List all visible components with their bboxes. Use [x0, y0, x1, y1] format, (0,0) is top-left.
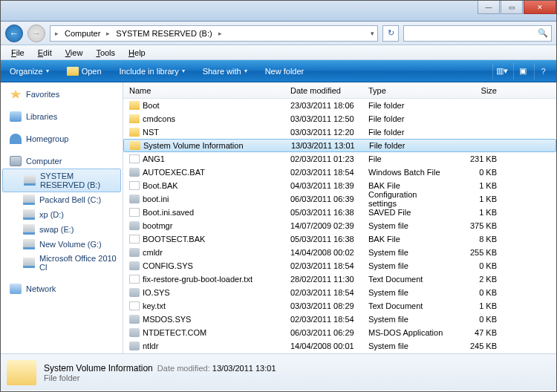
forward-button[interactable]: → — [27, 24, 45, 42]
column-type[interactable]: Type — [368, 86, 446, 95]
file-row[interactable]: MSDOS.SYS02/03/2011 18:54System file0 KB — [123, 313, 556, 326]
file-row[interactable]: cmldr14/04/2008 00:02System file255 KB — [123, 246, 556, 259]
file-size: 0 KB — [446, 288, 506, 297]
breadcrumb-drive[interactable]: SYSTEM RESERVED (B:) — [113, 27, 215, 39]
detail-title: System Volume Information — [44, 363, 153, 373]
drive-icon — [23, 209, 35, 220]
help-button[interactable]: ? — [534, 63, 552, 79]
file-date: 02/03/2011 18:54 — [290, 261, 368, 270]
file-date: 13/03/2011 13:01 — [291, 141, 369, 150]
sidebar-drive[interactable]: Packard Bell (C:) — [2, 192, 121, 207]
detail-type: File folder — [44, 373, 276, 382]
file-type: System file — [368, 315, 446, 324]
file-row[interactable]: fix-restore-grub-boot-loader.txt28/02/20… — [123, 272, 556, 286]
file-icon — [129, 235, 140, 244]
sidebar-network[interactable]: Network — [2, 281, 121, 296]
file-row[interactable]: boot.ini06/03/2011 06:39Configuration se… — [123, 192, 556, 206]
search-input[interactable]: 🔍 — [403, 25, 552, 42]
sidebar-drive[interactable]: Microsoft Office 2010 Cl — [2, 252, 121, 274]
file-size: 1 KB — [446, 208, 506, 217]
sidebar-computer[interactable]: Computer — [2, 154, 121, 169]
file-name: bootmgr — [143, 221, 172, 230]
view-options-button[interactable]: ▥ ▾ — [492, 63, 510, 79]
file-icon — [129, 168, 140, 177]
file-row[interactable]: BOOTSECT.BAK05/03/2011 16:38BAK File8 KB — [123, 232, 556, 246]
file-row[interactable]: IO.SYS02/03/2011 18:54System file0 KB — [123, 286, 556, 299]
menu-tools[interactable]: Tools — [90, 47, 121, 59]
file-icon — [129, 275, 140, 284]
close-button[interactable]: ✕ — [524, 1, 556, 14]
file-row[interactable]: Boot23/03/2011 18:06File folder — [123, 99, 556, 112]
file-row[interactable]: key.txt03/03/2011 08:29Text Document1 KB — [123, 299, 556, 313]
libraries-icon — [10, 111, 22, 122]
folder-icon — [129, 128, 140, 137]
file-icon — [129, 315, 140, 324]
file-row[interactable]: CONFIG.SYS02/03/2011 18:54System file0 K… — [123, 259, 556, 272]
column-date[interactable]: Date modified — [290, 86, 368, 95]
menu-edit[interactable]: Edit — [32, 47, 58, 59]
file-date: 28/02/2011 11:30 — [290, 275, 368, 284]
file-date: 14/04/2008 00:02 — [290, 248, 368, 257]
file-row[interactable]: Boot.BAK04/03/2011 18:39BAK File1 KB — [123, 179, 556, 192]
menu-bar: File Edit View Tools Help — [1, 45, 556, 60]
command-toolbar: Organize▾ Open Include in library▾ Share… — [1, 60, 556, 82]
menu-help[interactable]: Help — [123, 47, 152, 59]
file-date: 05/03/2011 16:38 — [290, 208, 368, 217]
file-row[interactable]: NTDETECT.COM06/03/2011 06:29MS-DOS Appli… — [123, 326, 556, 339]
file-size: 245 KB — [446, 342, 506, 350]
sidebar-drive[interactable]: New Volume (G:) — [2, 237, 121, 252]
file-date: 02/03/2011 01:23 — [290, 154, 368, 163]
file-name: boot.ini — [143, 195, 169, 203]
file-size: 2 KB — [446, 275, 506, 284]
file-row[interactable]: ANG102/03/2011 01:23File231 KB — [123, 152, 556, 166]
file-icon — [129, 261, 140, 270]
dropdown-icon[interactable]: ▾ — [371, 30, 374, 37]
address-bar[interactable]: ▸ Computer ▸ SYSTEM RESERVED (B:) ▸ ▾ — [50, 25, 378, 42]
share-with-button[interactable]: Share with▾ — [198, 65, 252, 78]
menu-view[interactable]: View — [59, 47, 89, 59]
column-name[interactable]: Name — [123, 86, 290, 95]
file-name: ntldr — [143, 342, 158, 350]
file-size: 1 KB — [446, 195, 506, 203]
file-row[interactable]: Boot.ini.saved05/03/2011 16:38SAVED File… — [123, 206, 556, 219]
file-row[interactable]: bootmgr14/07/2009 02:39System file375 KB — [123, 219, 556, 232]
file-type: File folder — [368, 128, 446, 137]
column-size[interactable]: Size — [446, 86, 506, 95]
file-name: cmldr — [143, 248, 163, 257]
file-size: 1 KB — [446, 181, 506, 190]
sidebar-libraries[interactable]: Libraries — [2, 109, 121, 124]
file-name: Boot.BAK — [143, 181, 178, 190]
file-size: 0 KB — [446, 315, 506, 324]
file-row[interactable]: AUTOEXEC.BAT02/03/2011 18:54Windows Batc… — [123, 166, 556, 179]
sidebar-drive[interactable]: xp (D:) — [2, 207, 121, 222]
navigation-bar: ← → ▸ Computer ▸ SYSTEM RESERVED (B:) ▸ … — [1, 22, 556, 45]
organize-button[interactable]: Organize▾ — [5, 65, 53, 78]
file-type: Configuration settings — [368, 190, 446, 208]
include-library-button[interactable]: Include in library▾ — [115, 65, 189, 78]
file-row[interactable]: NST03/03/2011 12:20File folder — [123, 125, 556, 139]
sidebar-drive[interactable]: swap (E:) — [2, 222, 121, 237]
file-date: 04/03/2011 18:39 — [290, 181, 368, 190]
refresh-button[interactable]: ↻ — [382, 25, 399, 42]
back-button[interactable]: ← — [5, 24, 23, 42]
preview-pane-button[interactable]: ▣ — [513, 63, 531, 79]
sidebar-favorites[interactable]: Favorites — [2, 87, 121, 102]
file-name: AUTOEXEC.BAT — [143, 168, 205, 177]
file-name: BOOTSECT.BAK — [143, 235, 205, 244]
minimize-button[interactable]: — — [478, 1, 500, 14]
maximize-button[interactable]: ▭ — [501, 1, 523, 14]
file-icon — [129, 288, 140, 297]
new-folder-button[interactable]: New folder — [261, 65, 309, 78]
file-date: 06/03/2011 06:39 — [290, 195, 368, 203]
sidebar-homegroup[interactable]: Homegroup — [2, 131, 121, 146]
breadcrumb-computer[interactable]: Computer — [62, 27, 103, 39]
file-row[interactable]: System Volume Information13/03/2011 13:0… — [123, 139, 556, 152]
menu-file[interactable]: File — [5, 47, 30, 59]
file-row[interactable]: cmdcons03/03/2011 12:50File folder — [123, 112, 556, 125]
sidebar-drive[interactable]: SYSTEM RESERVED (B:) — [2, 169, 121, 192]
open-button[interactable]: Open — [62, 65, 106, 78]
folder-icon — [67, 67, 79, 76]
file-icon — [129, 154, 140, 163]
file-date: 14/04/2008 00:01 — [290, 342, 368, 350]
file-row[interactable]: ntldr14/04/2008 00:01System file245 KB — [123, 339, 556, 353]
